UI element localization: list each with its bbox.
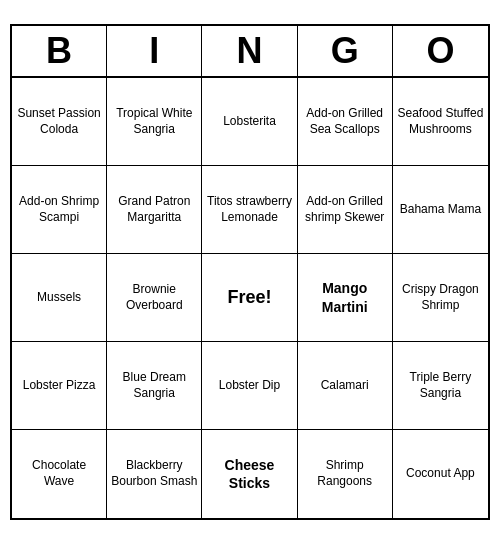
bingo-letter-b: B bbox=[12, 26, 107, 76]
bingo-grid: Sunset Passion ColodaTropical White Sang… bbox=[12, 78, 488, 518]
bingo-card: BINGO Sunset Passion ColodaTropical Whit… bbox=[10, 24, 490, 520]
bingo-cell-11: Brownie Overboard bbox=[107, 254, 202, 342]
bingo-cell-10: Mussels bbox=[12, 254, 107, 342]
bingo-header: BINGO bbox=[12, 26, 488, 78]
bingo-cell-13: Mango Martini bbox=[298, 254, 393, 342]
bingo-cell-16: Blue Dream Sangria bbox=[107, 342, 202, 430]
bingo-letter-o: O bbox=[393, 26, 488, 76]
bingo-cell-22: Cheese Sticks bbox=[202, 430, 297, 518]
bingo-cell-9: Bahama Mama bbox=[393, 166, 488, 254]
bingo-cell-14: Crispy Dragon Shrimp bbox=[393, 254, 488, 342]
bingo-cell-20: Chocolate Wave bbox=[12, 430, 107, 518]
bingo-cell-21: Blackberry Bourbon Smash bbox=[107, 430, 202, 518]
bingo-cell-19: Triple Berry Sangria bbox=[393, 342, 488, 430]
bingo-cell-12: Free! bbox=[202, 254, 297, 342]
bingo-cell-2: Lobsterita bbox=[202, 78, 297, 166]
bingo-cell-5: Add-on Shrimp Scampi bbox=[12, 166, 107, 254]
bingo-cell-1: Tropical White Sangria bbox=[107, 78, 202, 166]
bingo-cell-0: Sunset Passion Coloda bbox=[12, 78, 107, 166]
bingo-cell-15: Lobster Pizza bbox=[12, 342, 107, 430]
bingo-cell-3: Add-on Grilled Sea Scallops bbox=[298, 78, 393, 166]
bingo-cell-17: Lobster Dip bbox=[202, 342, 297, 430]
bingo-cell-18: Calamari bbox=[298, 342, 393, 430]
bingo-cell-8: Add-on Grilled shrimp Skewer bbox=[298, 166, 393, 254]
bingo-letter-g: G bbox=[298, 26, 393, 76]
bingo-cell-23: Shrimp Rangoons bbox=[298, 430, 393, 518]
bingo-cell-4: Seafood Stuffed Mushrooms bbox=[393, 78, 488, 166]
bingo-cell-7: Titos strawberry Lemonade bbox=[202, 166, 297, 254]
bingo-letter-i: I bbox=[107, 26, 202, 76]
bingo-letter-n: N bbox=[202, 26, 297, 76]
bingo-cell-6: Grand Patron Margaritta bbox=[107, 166, 202, 254]
bingo-cell-24: Coconut App bbox=[393, 430, 488, 518]
